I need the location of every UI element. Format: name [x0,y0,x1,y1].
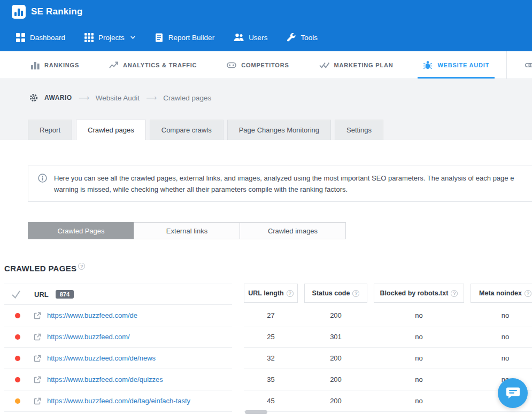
cell-meta-noindex: no [471,354,532,362]
cell-status-code: 301 [304,333,367,341]
cell-status-code: 200 [304,311,367,319]
cell-blocked-robots: no [374,397,464,405]
page-url-link[interactable]: https://www.buzzfeed.com/de [47,311,137,319]
table-row: https://www.buzzfeed.com/ [4,326,232,348]
external-link-icon[interactable] [34,312,41,319]
module-nav: RANKINGS ANALYTICS & TRAFFIC COMPETITORS… [0,51,532,79]
cell-url-length: 27 [244,311,298,319]
page-title: CRAWLED PAGES ? [4,264,532,273]
top-nav: Dashboard Projects Report Builder Users … [0,24,532,51]
breadcrumb-arrow: ⟶ [79,93,89,102]
chevron-down-icon [130,36,135,39]
module-nav-marketing-plan[interactable]: MARKETING PLAN [319,51,394,79]
module-nav-website-audit[interactable]: WEBSITE AUDIT [423,51,489,79]
module-nav-competitors[interactable]: COMPETITORS [227,51,289,79]
cell-status-code: 200 [304,354,367,362]
switch-crawled-pages[interactable]: Crawled Pages [28,222,134,239]
chat-widget-button[interactable] [498,378,528,408]
help-icon[interactable]: ? [352,290,359,297]
cell-blocked-robots: no [374,333,464,341]
external-link-icon[interactable] [34,333,41,341]
crawled-pages-table: URL 874 https://www.buzzfeed.com/de http… [0,284,532,412]
tab-settings[interactable]: Settings [335,120,383,140]
url-count-badge: 874 [56,290,74,299]
table-row: 27 200 no no [244,305,532,326]
table-row: https://www.buzzfeed.com/de [4,305,232,326]
column-header-blocked-robots: Blocked by robots.txt ? [374,284,464,303]
page-url-link[interactable]: https://www.buzzfeed.com/de/tag/einfach-… [47,397,190,405]
metrics-pane: URL length ? Status code ? Blocked by ro… [244,284,532,412]
column-header-meta-noindex: Meta noindex ? [471,284,532,303]
module-nav-backlink-monitor[interactable]: BACKLINK M [506,51,532,79]
breadcrumb-page[interactable]: Crawled pages [163,94,211,102]
page-title-text: CRAWLED PAGES [4,264,76,273]
gamepad-icon [227,61,236,69]
page-url-link[interactable]: https://www.buzzfeed.com/de/news [47,354,156,362]
tab-crawled-pages[interactable]: Crawled pages [76,120,146,140]
status-dot [15,356,20,361]
help-icon[interactable]: ? [287,290,294,297]
top-nav-dashboard[interactable]: Dashboard [16,33,65,42]
module-nav-label: RANKINGS [44,62,79,68]
subheader-section: AWARIO ⟶ Website Audit ⟶ Crawled pages R… [0,79,532,140]
breadcrumb-arrow: ⟶ [146,93,157,102]
info-text: Here you can see all the crawled pages, … [54,173,514,195]
help-icon[interactable]: ? [451,290,458,297]
status-dot [15,377,20,382]
tab-compare-crawls[interactable]: Compare crawls [150,120,223,140]
switch-crawled-images[interactable]: Crawled images [240,222,346,239]
table-row: https://www.buzzfeed.com/de/quizzes [4,369,232,390]
help-icon[interactable]: ? [525,290,531,297]
url-list-header: URL 874 [4,284,232,305]
module-nav-rankings[interactable]: RANKINGS [30,51,79,79]
brand-name: SE Ranking [31,6,82,17]
help-icon[interactable]: ? [78,263,85,270]
top-nav-label: Dashboard [30,34,65,42]
trend-line-icon [109,61,118,69]
table-row: https://www.buzzfeed.com/de/news [4,348,232,369]
top-nav-tools[interactable]: Tools [287,33,318,42]
switch-external-links[interactable]: External links [134,222,240,239]
tab-page-changes-monitoring[interactable]: Page Changes Monitoring [227,120,331,140]
audit-tabs: Report Crawled pages Compare crawls Page… [0,120,532,140]
horizontal-scrollbar-thumb[interactable] [245,410,267,414]
breadcrumb-project[interactable]: AWARIO [44,94,72,101]
module-nav-analytics-traffic[interactable]: ANALYTICS & TRAFFIC [109,51,197,79]
page-url-link[interactable]: https://www.buzzfeed.com/ [47,333,130,341]
top-nav-label: Projects [98,34,125,42]
cell-url-length: 45 [244,397,298,405]
info-icon [38,174,47,183]
cell-url-length: 35 [244,375,298,383]
top-nav-label: Tools [300,34,318,42]
metrics-header: URL length ? Status code ? Blocked by ro… [244,284,532,303]
table-row: https://www.buzzfeed.com/de/tag/einfach-… [4,390,232,412]
users-icon [234,33,244,42]
external-link-icon[interactable] [34,376,41,383]
breadcrumb-section[interactable]: Website Audit [96,94,140,102]
cell-url-length: 25 [244,333,298,341]
cell-blocked-robots: no [374,311,464,319]
status-dot [15,313,20,318]
top-nav-label: Users [249,34,267,42]
top-bar: SE Ranking Dashboard Projects Report Bui… [0,0,532,51]
top-nav-users[interactable]: Users [234,33,267,42]
view-switcher: Crawled Pages External links Crawled ima… [28,222,532,239]
status-dot [15,334,20,340]
table-row: 25 301 no no [244,326,532,348]
external-link-icon[interactable] [34,397,41,405]
module-nav-label: COMPETITORS [241,62,289,68]
tab-report[interactable]: Report [28,120,72,140]
select-all-check-icon[interactable] [12,290,20,299]
page-url-link[interactable]: https://www.buzzfeed.com/de/quizzes [47,375,163,383]
column-header-url-length: URL length ? [244,284,298,303]
cell-meta-noindex: no [471,311,532,319]
cell-blocked-robots: no [374,354,464,362]
gear-icon[interactable] [29,93,38,102]
external-link-icon[interactable] [34,355,41,362]
top-nav-projects[interactable]: Projects [84,33,135,42]
document-icon [155,33,164,42]
status-dot [15,398,20,404]
grid-icon [16,33,25,42]
se-ranking-logo-icon[interactable] [12,5,26,19]
top-nav-report-builder[interactable]: Report Builder [155,33,214,42]
